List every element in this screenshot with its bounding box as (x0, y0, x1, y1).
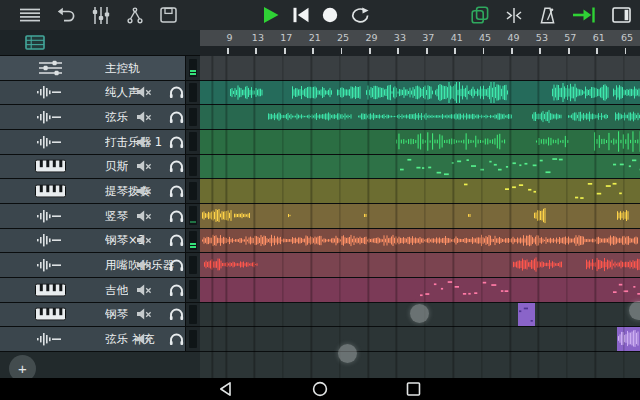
android-recents-button[interactable] (406, 381, 421, 397)
audio-track-icon (31, 135, 69, 149)
track-lane[interactable] (200, 155, 640, 180)
top-toolbar (0, 0, 640, 30)
undo-button[interactable] (56, 7, 76, 24)
track-header[interactable]: 竖琴 (0, 204, 200, 229)
ruler-ticks (200, 46, 640, 56)
tracks-grid-view-button[interactable] (25, 35, 45, 50)
mute-button[interactable] (137, 110, 152, 124)
track-lane[interactable] (200, 81, 640, 106)
waveform (200, 253, 640, 276)
track-lane[interactable] (200, 327, 640, 352)
track-lane[interactable] (200, 130, 640, 155)
transport-controls (262, 0, 371, 30)
save-button[interactable] (160, 7, 177, 23)
solo-button[interactable] (169, 86, 184, 99)
mute-button[interactable] (137, 184, 152, 198)
track-lane[interactable] (200, 278, 640, 303)
solo-button[interactable] (169, 209, 184, 222)
mute-button[interactable] (137, 135, 152, 149)
track-header[interactable]: 钢琴 (0, 303, 200, 328)
ruler-bar-number: 53 (536, 32, 548, 43)
add-track-button[interactable]: + (9, 355, 36, 378)
skip-to-start-button[interactable] (292, 7, 310, 23)
android-home-button[interactable] (312, 381, 328, 397)
ruler-tick (312, 48, 314, 54)
panel-toggle-button[interactable] (612, 7, 631, 23)
ruler-bar-number: 9 (226, 32, 232, 43)
solo-button[interactable] (169, 308, 184, 321)
android-back-button[interactable] (218, 381, 234, 397)
track-lane[interactable] (200, 105, 640, 130)
track-header[interactable]: 主控轨 (0, 56, 200, 81)
ruler-tick (426, 48, 428, 54)
track-name: 纯人声 (105, 85, 140, 100)
track-lane[interactable] (200, 204, 640, 229)
solo-button[interactable] (169, 185, 184, 198)
midi-notes (200, 155, 640, 178)
android-navbar (0, 378, 640, 400)
follow-playhead-button[interactable] (572, 7, 596, 23)
ruler-tick (568, 48, 570, 54)
solo-button[interactable] (169, 135, 184, 148)
track-header[interactable]: 纯人声 (0, 81, 200, 106)
ruler-bar-number: 13 (252, 32, 264, 43)
track-header[interactable]: 钢琴×3 (0, 229, 200, 254)
mute-button[interactable] (137, 258, 152, 272)
add-track-label: + (18, 361, 27, 376)
menu-button[interactable] (20, 8, 40, 22)
routing-button[interactable] (126, 7, 144, 24)
mixer-button[interactable] (92, 7, 110, 24)
ruler-bar-number: 29 (365, 32, 377, 43)
empty-lane[interactable] (200, 352, 640, 378)
track-header[interactable]: 吉他 (0, 278, 200, 303)
track-name: 钢琴 (105, 307, 128, 322)
mute-button[interactable] (137, 159, 152, 173)
metronome-button[interactable] (539, 7, 556, 24)
duplicate-button[interactable] (471, 6, 489, 24)
mute-button[interactable] (137, 209, 152, 223)
level-meter (185, 105, 200, 129)
track-lane[interactable] (200, 253, 640, 278)
track-lane[interactable] (200, 303, 640, 328)
track-name: 主控轨 (105, 60, 140, 75)
track-header[interactable]: 提琴拨奏 (0, 179, 200, 204)
track-lane[interactable] (200, 56, 640, 81)
ruler-numbers: 91317212529333741454953576165 (200, 30, 640, 46)
mute-button[interactable] (137, 283, 152, 297)
record-button[interactable] (322, 7, 338, 23)
ruler-tick (454, 48, 456, 54)
solo-button[interactable] (169, 234, 184, 247)
ruler-tick (284, 48, 286, 54)
ruler-bar-number: 45 (479, 32, 491, 43)
track-lane[interactable] (200, 179, 640, 204)
timeline-ruler[interactable]: 91317212529333741454953576165 (200, 30, 640, 56)
midi-track-icon (31, 308, 69, 321)
level-meter (185, 327, 200, 351)
midi-notes (200, 179, 640, 202)
solo-button[interactable] (169, 259, 184, 272)
mute-button[interactable] (137, 307, 152, 321)
loop-button[interactable] (350, 7, 371, 24)
audio-track-icon (31, 85, 69, 99)
track-header[interactable]: 弦乐 补充 (0, 327, 200, 352)
track-name: 贝斯 (105, 159, 128, 174)
solo-button[interactable] (169, 333, 184, 346)
ruler-bar-number: 37 (422, 32, 434, 43)
play-button[interactable] (262, 6, 280, 24)
level-meter (185, 179, 200, 203)
solo-button[interactable] (169, 283, 184, 296)
solo-button[interactable] (169, 111, 184, 124)
mute-button[interactable] (137, 332, 152, 346)
track-header[interactable]: 用嘴吹的乐器 (0, 253, 200, 278)
mute-button[interactable] (137, 85, 152, 99)
solo-button[interactable] (169, 160, 184, 173)
track-header[interactable]: 贝斯 (0, 155, 200, 180)
waveform (200, 81, 640, 104)
track-lane[interactable] (200, 229, 640, 254)
waveform (200, 130, 640, 153)
midi-track-icon (31, 283, 69, 296)
snap-button[interactable] (505, 8, 523, 23)
mute-button[interactable] (137, 233, 152, 247)
track-header[interactable]: 打击乐器 1 (0, 130, 200, 155)
track-header[interactable]: 弦乐 (0, 105, 200, 130)
